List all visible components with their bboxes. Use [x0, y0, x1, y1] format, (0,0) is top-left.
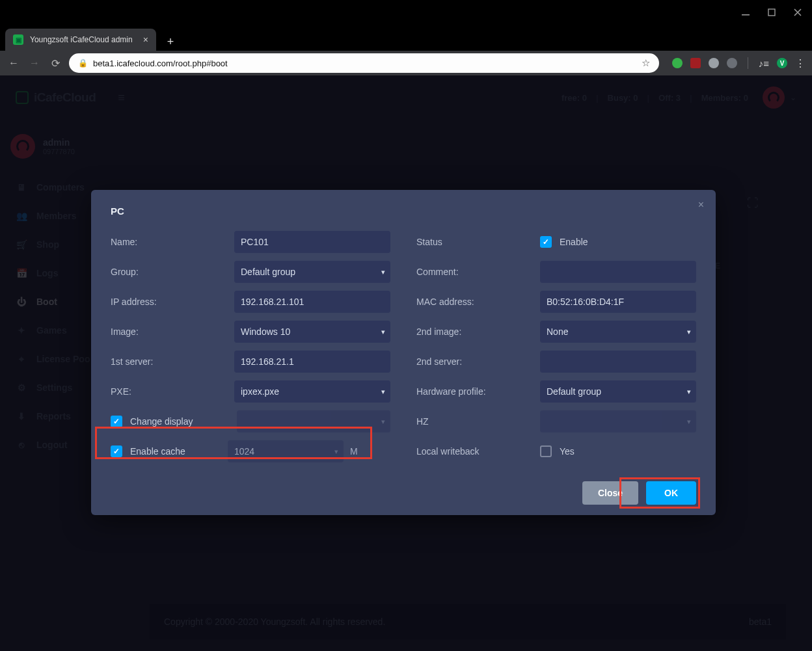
checkbox-change-display[interactable]: ✓ — [111, 416, 122, 427]
input-ip[interactable]: 192.168.21.101 — [234, 291, 390, 313]
window-maximize-icon[interactable] — [766, 7, 777, 18]
new-tab-button[interactable]: + — [161, 33, 180, 51]
label-change-display: Change display — [130, 416, 193, 427]
ext-icon[interactable] — [672, 58, 683, 68]
yes-text: Yes — [560, 446, 575, 457]
ext-icon[interactable] — [727, 58, 737, 68]
select-pxe[interactable]: ipxex.pxe — [234, 380, 390, 403]
label-ip: IP address: — [111, 297, 234, 307]
select-image[interactable]: Windows 10 — [234, 321, 390, 343]
select-group[interactable]: Default group — [234, 261, 390, 283]
browser-toolbar: ← → ⟳ 🔒 beta1.icafecloud.com/root.php#bo… — [0, 51, 812, 75]
browser-tab[interactable]: ▣ Youngzsoft iCafeCloud admin × — [5, 29, 156, 51]
kebab-menu-icon[interactable]: ⋮ — [795, 57, 805, 70]
label-image2: 2nd image: — [416, 326, 540, 337]
media-icon[interactable]: ♪≡ — [759, 58, 769, 69]
select-hwprofile[interactable]: Default group — [540, 380, 696, 403]
modal-title: PC — [111, 206, 696, 217]
nav-forward-icon[interactable]: → — [27, 57, 42, 69]
nav-reload-icon[interactable]: ⟳ — [48, 57, 62, 70]
select-image2[interactable]: None — [540, 321, 696, 343]
input-server1[interactable]: 192.168.21.1 — [234, 351, 390, 373]
label-status: Status — [416, 237, 540, 247]
checkbox-local-writeback[interactable] — [540, 445, 552, 457]
select-display[interactable] — [237, 410, 390, 432]
cache-unit: M — [350, 446, 358, 457]
modal-close-icon[interactable]: × — [698, 199, 704, 211]
lock-icon: 🔒 — [78, 59, 88, 68]
input-comment[interactable] — [540, 261, 696, 283]
checkbox-enable[interactable]: ✓ — [540, 236, 552, 248]
label-image: Image: — [111, 326, 234, 337]
close-button[interactable]: Close — [582, 481, 638, 505]
svg-rect-0 — [742, 14, 750, 16]
svg-rect-1 — [768, 9, 775, 16]
window-minimize-icon[interactable] — [740, 7, 751, 18]
separator — [748, 57, 748, 69]
profile-avatar-icon[interactable]: V — [777, 58, 787, 68]
label-local-wb: Local writeback — [416, 446, 540, 457]
app-viewport: iCafeCloud ≡ free: 0| Busy: 0| Off: 3| M… — [0, 75, 812, 651]
favicon-icon: ▣ — [13, 34, 23, 45]
tabstrip: ▣ Youngzsoft iCafeCloud admin × + — [0, 25, 812, 51]
label-hz: HZ — [416, 416, 540, 427]
label-group: Group: — [111, 267, 234, 277]
input-cache-size[interactable]: 1024 — [228, 440, 344, 462]
ok-button[interactable]: OK — [646, 481, 696, 505]
tab-close-icon[interactable]: × — [143, 34, 148, 45]
bookmark-star-icon[interactable]: ☆ — [642, 57, 650, 69]
input-mac[interactable]: B0:52:16:0B:D4:1F — [540, 291, 696, 313]
input-name[interactable]: PC101 — [234, 231, 390, 253]
extensions-row: ♪≡ V ⋮ — [666, 57, 805, 70]
tab-title: Youngzsoft iCafeCloud admin — [30, 35, 133, 44]
ext-icon[interactable] — [709, 58, 719, 68]
os-titlebar — [0, 0, 812, 25]
label-comment: Comment: — [416, 267, 540, 277]
checkbox-enable-cache[interactable]: ✓ — [111, 445, 122, 457]
label-mac: MAC address: — [416, 297, 540, 307]
enable-text: Enable — [560, 237, 588, 247]
nav-back-icon[interactable]: ← — [7, 57, 21, 69]
pc-modal: PC × Name: PC101 Group: Default group IP… — [91, 190, 716, 515]
window-close-icon[interactable] — [792, 7, 803, 18]
label-pxe: PXE: — [111, 386, 234, 397]
ext-icon[interactable] — [690, 58, 701, 68]
input-server2[interactable] — [540, 351, 696, 373]
label-server2: 2nd server: — [416, 356, 540, 367]
address-bar[interactable]: 🔒 beta1.icafecloud.com/root.php#boot ☆ — [69, 53, 659, 73]
url-text: beta1.icafecloud.com/root.php#boot — [93, 59, 228, 68]
label-hwprofile: Hardware profile: — [416, 386, 540, 397]
select-hz[interactable] — [540, 410, 696, 432]
label-name: Name: — [111, 237, 234, 247]
label-server1: 1st server: — [111, 356, 234, 367]
label-enable-cache: Enable cache — [130, 446, 228, 457]
